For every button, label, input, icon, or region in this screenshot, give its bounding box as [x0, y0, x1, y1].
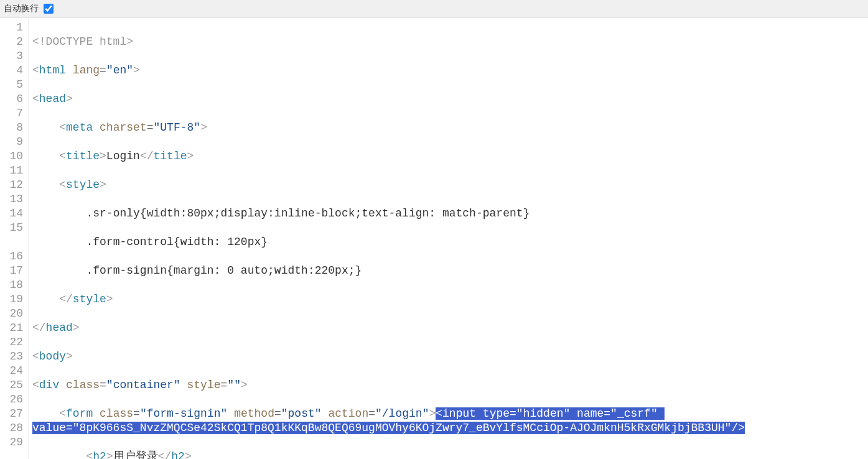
- code-line: <title>Login</title>: [32, 149, 868, 164]
- line-num: 12: [0, 178, 23, 192]
- code-line: .sr-only{width:80px;display:inline-block…: [32, 206, 868, 221]
- wrap-label: 自动换行: [4, 3, 39, 14]
- line-num: 14: [0, 206, 23, 221]
- code-line: </head>: [32, 321, 868, 335]
- line-num: 8: [0, 121, 23, 135]
- line-num: 19: [0, 292, 23, 307]
- line-num: 27: [0, 407, 23, 421]
- code-line: <body>: [32, 350, 868, 364]
- line-num: 15: [0, 221, 23, 249]
- code-line: .form-signin{margin: 0 auto;width:220px;…: [32, 264, 868, 278]
- line-num: 20: [0, 307, 23, 321]
- line-num: 29: [0, 435, 23, 450]
- code-line: <style>: [32, 178, 868, 192]
- line-num: 10: [0, 149, 23, 164]
- line-num: 1: [0, 21, 23, 35]
- wrap-checkbox[interactable]: [44, 4, 54, 14]
- code-line: .form-control{width: 120px}: [32, 235, 868, 249]
- line-num: 4: [0, 63, 23, 78]
- line-num: 25: [0, 378, 23, 392]
- code-line: <h2>用户登录</h2>: [32, 450, 868, 459]
- code-line: <html lang="en">: [32, 63, 868, 78]
- code-line: <meta charset="UTF-8">: [32, 121, 868, 135]
- line-num: 26: [0, 392, 23, 407]
- line-num: 9: [0, 135, 23, 149]
- line-num: 6: [0, 92, 23, 106]
- line-num: 23: [0, 350, 23, 364]
- line-num: 18: [0, 278, 23, 292]
- line-num: 2: [0, 35, 23, 49]
- line-num: 13: [0, 192, 23, 206]
- code-line: <div class="container" style="">: [32, 378, 868, 392]
- code-editor: 1 2 3 4 5 6 7 8 9 10 11 12 13 14 15 16 1…: [0, 17, 868, 459]
- line-num: 17: [0, 264, 23, 278]
- line-num: 11: [0, 164, 23, 178]
- code-area[interactable]: <!DOCTYPE html> <html lang="en"> <head> …: [29, 18, 868, 459]
- line-num: 16: [0, 249, 23, 264]
- code-line-selected: <form class="form-signin" method="post" …: [32, 407, 868, 435]
- selected-text: <input type="hidden" name="_csrf": [436, 407, 664, 420]
- toolbar: 自动换行: [0, 0, 868, 17]
- line-num: 24: [0, 364, 23, 378]
- line-gutter: 1 2 3 4 5 6 7 8 9 10 11 12 13 14 15 16 1…: [0, 18, 29, 459]
- line-num: 22: [0, 335, 23, 350]
- code-line: <!DOCTYPE html>: [32, 35, 868, 49]
- code-line: <head>: [32, 92, 868, 106]
- code-line: </style>: [32, 292, 868, 307]
- line-num: 28: [0, 421, 23, 435]
- selected-text: value="8pK966sS_NvzZMQCSe42SkCQ1Tp8Q1kKK…: [32, 422, 745, 434]
- line-num: 5: [0, 78, 23, 92]
- doctype: <!DOCTYPE html>: [32, 35, 133, 48]
- line-num: 21: [0, 321, 23, 335]
- line-num: 3: [0, 49, 23, 63]
- line-num: 7: [0, 106, 23, 121]
